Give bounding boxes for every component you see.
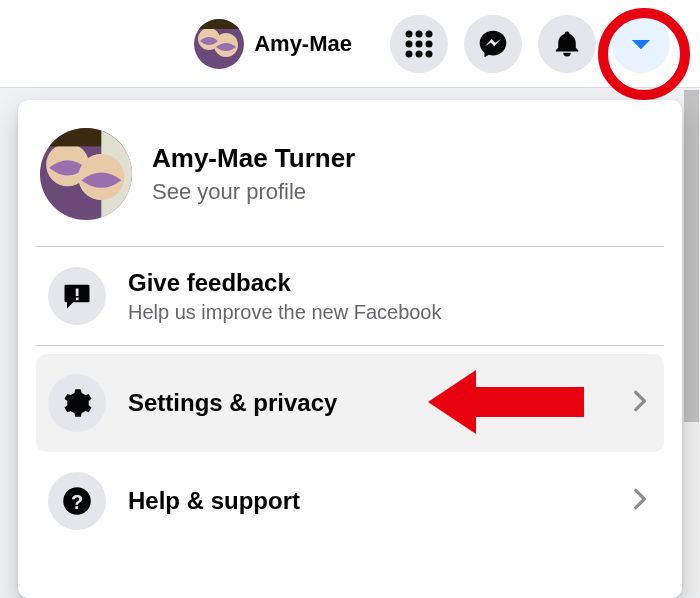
- svg-point-7: [406, 40, 413, 47]
- account-dropdown: Amy-Mae Turner See your profile Give fee…: [18, 100, 682, 598]
- settings-labels: Settings & privacy: [128, 389, 604, 417]
- avatar: [194, 19, 244, 69]
- feedback-sub: Help us improve the new Facebook: [128, 301, 652, 324]
- profile-subtitle: See your profile: [152, 179, 355, 205]
- svg-rect-19: [76, 289, 79, 297]
- avatar-image: [194, 19, 244, 69]
- bell-icon: [552, 29, 582, 59]
- svg-point-9: [426, 40, 433, 47]
- svg-point-4: [406, 30, 413, 37]
- help-icon: ?: [62, 486, 92, 516]
- scrollbar-thumb[interactable]: [684, 90, 699, 422]
- svg-point-8: [416, 40, 423, 47]
- chevron-right-icon: [626, 486, 652, 516]
- help-labels: Help & support: [128, 487, 604, 515]
- svg-text:?: ?: [71, 491, 83, 513]
- avatar: [40, 128, 132, 220]
- help-label: Help & support: [128, 487, 604, 515]
- messenger-icon: [477, 28, 509, 60]
- settings-privacy-row[interactable]: Settings & privacy: [36, 354, 664, 452]
- notifications-button[interactable]: [538, 15, 596, 73]
- top-nav-bar: Amy-Mae: [0, 0, 700, 88]
- give-feedback-row[interactable]: Give feedback Help us improve the new Fa…: [36, 247, 664, 345]
- feedback-labels: Give feedback Help us improve the new Fa…: [128, 269, 652, 324]
- account-menu-button[interactable]: [612, 15, 670, 73]
- svg-rect-3: [194, 19, 244, 29]
- caret-down-icon: [628, 31, 654, 57]
- svg-point-10: [406, 50, 413, 57]
- svg-point-11: [416, 50, 423, 57]
- profile-labels: Amy-Mae Turner See your profile: [152, 143, 355, 204]
- menu-button[interactable]: [390, 15, 448, 73]
- view-profile-row[interactable]: Amy-Mae Turner See your profile: [36, 120, 664, 246]
- menu-grid-icon: [404, 29, 434, 59]
- svg-point-6: [426, 30, 433, 37]
- divider: [36, 345, 664, 346]
- messenger-button[interactable]: [464, 15, 522, 73]
- profile-chip-name: Amy-Mae: [254, 31, 352, 57]
- help-support-row[interactable]: ? Help & support: [36, 452, 664, 550]
- settings-label: Settings & privacy: [128, 389, 604, 417]
- svg-point-12: [426, 50, 433, 57]
- help-icon-wrap: ?: [48, 472, 106, 530]
- feedback-label: Give feedback: [128, 269, 652, 297]
- svg-point-5: [416, 30, 423, 37]
- svg-rect-20: [76, 298, 79, 301]
- chevron-right-icon: [626, 388, 652, 418]
- feedback-icon: [62, 281, 92, 311]
- profile-name: Amy-Mae Turner: [152, 143, 355, 174]
- profile-chip[interactable]: Amy-Mae: [194, 19, 352, 69]
- scrollbar[interactable]: [684, 90, 699, 596]
- avatar-image: [40, 128, 132, 220]
- gear-icon: [62, 388, 92, 418]
- settings-icon-wrap: [48, 374, 106, 432]
- feedback-icon-wrap: [48, 267, 106, 325]
